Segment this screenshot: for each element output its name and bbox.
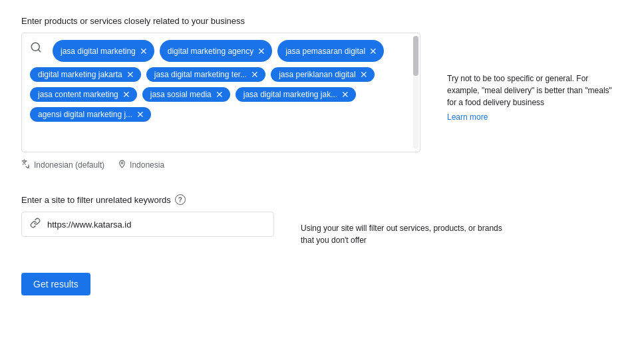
- tag-9-close[interactable]: ✕: [341, 90, 349, 99]
- learn-more-link[interactable]: Learn more: [447, 112, 488, 122]
- tag-6-close[interactable]: ✕: [360, 70, 368, 79]
- translate-icon: [21, 159, 31, 170]
- tag-3-label: jasa pemasaran digital: [285, 47, 365, 56]
- tag-8-label: jasa sosial media: [150, 90, 212, 99]
- tag-7-label: jasa content marketing: [38, 90, 118, 99]
- tag-10-label: agensi digital marketing j...: [38, 110, 132, 119]
- tag-1-close[interactable]: ✕: [140, 47, 148, 56]
- search-icon: [30, 41, 42, 57]
- tag-2: digital marketing agency ✕: [160, 40, 272, 62]
- tags-inner: jasa digital marketing ✕ digital marketi…: [30, 40, 412, 122]
- tag-3-close[interactable]: ✕: [369, 47, 377, 56]
- tag-1-label: jasa digital marketing: [61, 47, 136, 56]
- tag-8-close[interactable]: ✕: [216, 90, 224, 99]
- country-label: Indonesia: [130, 160, 164, 170]
- tag-6: jasa periklanan digital ✕: [271, 67, 374, 82]
- tag-5: jasa digital marketing ter... ✕: [146, 67, 265, 82]
- filter-label: Enter a site to filter unrelated keyword…: [21, 195, 171, 205]
- hint-text: Try not to be too specific or general. F…: [447, 73, 623, 108]
- url-input-wrap[interactable]: [21, 212, 274, 237]
- tag-4: digital marketing jakarta ✕: [30, 67, 141, 82]
- tag-1: jasa digital marketing ✕: [53, 40, 154, 62]
- tag-2-label: digital marketing agency: [168, 47, 253, 56]
- tag-4-label: digital marketing jakarta: [38, 70, 122, 79]
- tag-6-label: jasa periklanan digital: [279, 70, 355, 79]
- svg-line-1: [38, 49, 40, 51]
- svg-point-2: [121, 162, 123, 164]
- get-results-button[interactable]: Get results: [21, 273, 90, 295]
- filter-input-section: Enter a site to filter unrelated keyword…: [21, 194, 274, 237]
- second-section: Enter a site to filter unrelated keyword…: [21, 194, 623, 246]
- filter-label-row: Enter a site to filter unrelated keyword…: [21, 194, 274, 205]
- section-label: Enter products or services closely relat…: [21, 16, 623, 26]
- tag-5-close[interactable]: ✕: [251, 70, 259, 79]
- second-layout: Enter a site to filter unrelated keyword…: [21, 194, 623, 246]
- tag-10-close[interactable]: ✕: [136, 110, 144, 119]
- link-icon: [30, 218, 41, 231]
- site-hint-section: Using your site will filter out services…: [301, 194, 623, 246]
- locale-row: Indonesian (default) Indonesia: [21, 159, 420, 170]
- search-row: [30, 40, 47, 57]
- tag-3: jasa pemasaran digital ✕: [277, 40, 384, 62]
- location-icon: [118, 160, 126, 170]
- site-hint-text: Using your site will filter out services…: [301, 216, 514, 246]
- tag-7: jasa content marketing ✕: [30, 87, 137, 102]
- tag-8: jasa sosial media ✕: [142, 87, 230, 102]
- url-input[interactable]: [47, 220, 265, 230]
- main-layout: jasa digital marketing ✕ digital marketi…: [21, 33, 623, 170]
- tag-2-close[interactable]: ✕: [257, 47, 265, 56]
- tag-4-close[interactable]: ✕: [126, 70, 134, 79]
- help-icon[interactable]: ?: [175, 194, 186, 205]
- scrollbar-thumb: [413, 36, 418, 76]
- locale-language: Indonesian (default): [21, 159, 104, 170]
- language-label: Indonesian (default): [34, 160, 104, 170]
- tags-container[interactable]: jasa digital marketing ✕ digital marketi…: [21, 33, 420, 152]
- tag-7-close[interactable]: ✕: [122, 90, 130, 99]
- locale-country: Indonesia: [118, 160, 164, 170]
- scrollbar[interactable]: [413, 36, 418, 149]
- tag-5-label: jasa digital marketing ter...: [154, 70, 247, 79]
- tag-9: jasa digital marketing jak... ✕: [236, 87, 356, 102]
- tags-input-section: jasa digital marketing ✕ digital marketi…: [21, 33, 420, 170]
- hint-section: Try not to be too specific or general. F…: [447, 33, 623, 122]
- tag-10: agensi digital marketing j... ✕: [30, 107, 151, 122]
- tag-9-label: jasa digital marketing jak...: [243, 90, 337, 99]
